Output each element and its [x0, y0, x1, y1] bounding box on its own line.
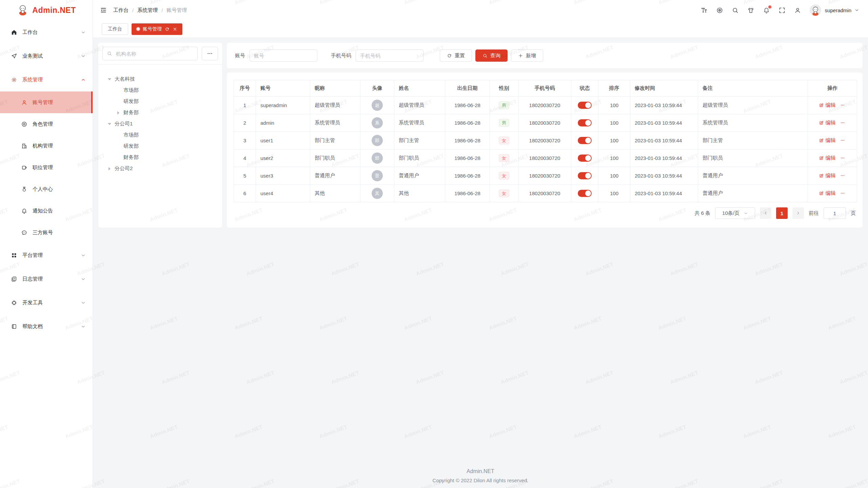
fullscreen-icon[interactable] — [778, 7, 786, 14]
sidebar-item-dev-tools[interactable]: 开发工具 — [0, 291, 93, 314]
sidebar-item-account-management[interactable]: 账号管理 — [0, 92, 93, 113]
cell-nickname: 部门主管 — [310, 132, 360, 149]
account-input[interactable] — [250, 49, 317, 62]
more-actions-button[interactable] — [840, 103, 846, 108]
tree-node[interactable]: 市场部 — [98, 129, 222, 141]
footer-copyright: Copyright © 2022 Dilon All rights reserv… — [93, 477, 868, 483]
more-actions-button[interactable] — [840, 191, 846, 196]
table-header-row: 序号 账号 昵称 头像 姓名 出生日期 性别 手机号码 状态 排序 修改时间 — [234, 80, 857, 97]
username-label[interactable]: superadmin — [825, 7, 851, 13]
cell-phone: 18020030720 — [518, 132, 571, 149]
org-more-button[interactable] — [202, 47, 218, 60]
sidebar-item-notice-announcement[interactable]: 通知公告 — [0, 200, 93, 222]
reset-button[interactable]: 重置 — [440, 49, 472, 62]
breadcrumb-item[interactable]: 系统管理 — [137, 7, 158, 14]
sidebar-item-log-management[interactable]: 日志管理 — [0, 267, 93, 291]
sidebar-item-workbench[interactable]: 工作台 — [0, 20, 93, 44]
more-actions-button[interactable] — [840, 138, 846, 143]
menu-fold-icon[interactable] — [100, 6, 107, 14]
edit-button[interactable]: 编辑 — [819, 102, 836, 108]
add-button[interactable]: 新增 — [511, 49, 543, 62]
more-actions-button[interactable] — [840, 156, 846, 161]
cell-gender: 男 — [490, 97, 518, 114]
edit-button[interactable]: 编辑 — [819, 190, 836, 197]
tree-node[interactable]: 市场部 — [98, 85, 222, 96]
edit-icon — [819, 120, 824, 125]
tab-account-management[interactable]: 账号管理 — [132, 23, 182, 35]
sidebar-item-system-management[interactable]: 系统管理 — [0, 68, 93, 92]
tree-node[interactable]: 大名科技 — [98, 74, 222, 85]
caret-right-icon[interactable] — [107, 166, 112, 171]
sidebar-item-position-management[interactable]: 职位管理 — [0, 157, 93, 178]
status-toggle[interactable] — [578, 102, 592, 109]
cell-status — [571, 132, 598, 149]
page-number-button[interactable]: 1 — [776, 207, 788, 219]
search-icon[interactable] — [732, 7, 739, 14]
sidebar-item-role-management[interactable]: 角色管理 — [0, 113, 93, 135]
chevron-down-icon[interactable] — [854, 8, 859, 13]
tree-node-label: 大名科技 — [115, 76, 135, 82]
tree-node[interactable]: 研发部 — [98, 141, 222, 152]
sidebar-item-organization-management[interactable]: 机构管理 — [0, 135, 93, 157]
sidebar-item-business-test[interactable]: 业务测试 — [0, 44, 93, 68]
phone-input[interactable] — [356, 49, 423, 62]
cell-birthday: 1986-06-28 — [445, 149, 490, 167]
cell-index: 5 — [234, 167, 256, 185]
user-avatar[interactable] — [810, 4, 821, 16]
edit-button[interactable]: 编辑 — [819, 137, 836, 144]
breadcrumb-item[interactable]: 工作台 — [113, 7, 129, 14]
language-icon[interactable] — [716, 7, 723, 14]
notification-bell-icon[interactable] — [763, 7, 770, 14]
cell-modified: 2023-01-03 10:59:44 — [630, 149, 698, 167]
sidebar-item-third-party-account[interactable]: 三方账号 — [0, 222, 93, 243]
theme-tshirt-icon[interactable] — [747, 7, 754, 14]
caret-down-icon[interactable] — [107, 122, 112, 126]
prev-page-button[interactable] — [760, 207, 771, 219]
status-toggle[interactable] — [578, 172, 592, 179]
edit-icon — [819, 156, 824, 161]
cell-birthday: 1986-06-28 — [445, 185, 490, 202]
close-icon[interactable] — [173, 27, 177, 32]
main-column: 账号 手机号码 重置 — [227, 43, 863, 228]
edit-button[interactable]: 编辑 — [819, 120, 836, 126]
profile-user-icon[interactable] — [794, 7, 801, 14]
refresh-icon[interactable] — [165, 27, 170, 32]
sidebar-item-personal-center[interactable]: 个人中心 — [0, 178, 93, 200]
logo[interactable]: Admin.NET — [0, 0, 93, 20]
goto-page-input[interactable] — [824, 207, 846, 219]
tree-node[interactable]: 财务部 — [98, 107, 222, 118]
caret-down-icon[interactable] — [107, 77, 112, 82]
edit-label: 编辑 — [826, 172, 836, 179]
status-toggle[interactable] — [578, 155, 592, 162]
status-toggle[interactable] — [578, 119, 592, 126]
gender-tag: 女 — [499, 154, 509, 162]
edit-button[interactable]: 编辑 — [819, 155, 836, 161]
breadcrumb: 工作台 / 系统管理 / 账号管理 — [113, 7, 187, 14]
query-button[interactable]: 查询 — [475, 49, 508, 62]
org-search-input[interactable] — [115, 50, 193, 57]
tree-node-label: 分公司2 — [115, 165, 133, 172]
notebook-icon — [11, 323, 17, 330]
tree-node[interactable]: 研发部 — [98, 96, 222, 107]
phone-label: 手机号码 — [331, 53, 351, 59]
more-actions-button[interactable] — [840, 173, 846, 179]
page-size-select[interactable]: 10条/页 — [715, 207, 755, 219]
sidebar-item-platform-management[interactable]: 平台管理 — [0, 243, 93, 267]
font-size-icon[interactable] — [701, 7, 708, 14]
status-toggle[interactable] — [578, 137, 592, 144]
edit-button[interactable]: 编辑 — [819, 172, 836, 179]
chevron-down-icon — [81, 253, 86, 258]
avatar: 部 — [372, 135, 383, 146]
next-page-button[interactable] — [792, 207, 804, 219]
tree-node[interactable]: 财务部 — [98, 152, 222, 163]
status-toggle[interactable] — [578, 190, 592, 197]
tab-workbench[interactable]: 工作台 — [102, 23, 128, 35]
cell-modified: 2023-01-03 10:59:44 — [630, 97, 698, 114]
tree-node[interactable]: 分公司1 — [98, 118, 222, 129]
home-icon — [11, 29, 17, 36]
tree-node[interactable]: 分公司2 — [98, 163, 222, 174]
caret-right-icon[interactable] — [116, 110, 121, 115]
sidebar-item-help-docs[interactable]: 帮助文档 — [0, 314, 93, 338]
more-actions-button[interactable] — [840, 120, 846, 126]
sidebar-item-label: 帮助文档 — [22, 323, 43, 330]
